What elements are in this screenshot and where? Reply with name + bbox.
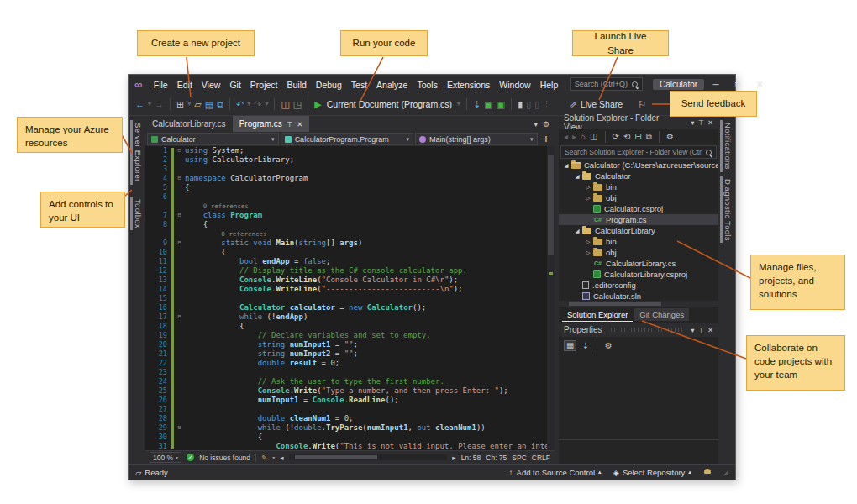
menu-build[interactable]: Build [282,80,311,90]
tree-item-editorconfig[interactable]: .editorconfig [559,280,718,291]
solution-explorer-panel-tab[interactable]: Solution Explorer [562,308,633,322]
home-icon[interactable]: ⌂ [581,132,586,141]
menu-git[interactable]: Git [225,80,245,90]
type-dropdown[interactable]: CalculatorProgram.Program ▾ [281,133,413,145]
tree-item-bin[interactable]: ▷bin [559,236,718,247]
scroll-left-icon[interactable]: ◂ [280,454,283,462]
tree-open-arrow-icon[interactable]: ◢ [573,173,581,180]
pin-icon[interactable]: ⊤ [697,118,703,127]
spaces-indicator[interactable]: SPC [512,454,526,462]
server-explorer-tab[interactable]: Server Explorer [130,120,144,185]
tree-item-calculator-csproj[interactable]: Calculator.csproj [559,203,718,214]
run-target-dropdown-icon[interactable]: ▾ [457,101,460,108]
sync-with-active-document-icon[interactable]: ⟲ [623,132,630,141]
navigate-back-button[interactable]: ← [135,100,145,109]
tree-closed-arrow-icon[interactable]: ▷ [584,184,592,191]
tree-item-obj[interactable]: ▷obj [559,192,718,203]
add-to-source-control-button[interactable]: ↑ Add to Source Control ▴ [509,468,602,477]
tree-open-arrow-icon[interactable]: ◢ [562,162,570,169]
menu-test[interactable]: Test [346,80,371,90]
editor-horizontal-scrollbar[interactable] [289,454,448,460]
tree-item-calculatorlibrary-cs[interactable]: C#CalculatorLibrary.cs [559,258,718,269]
bookmark-button[interactable]: ▮ [518,100,523,109]
window-position-dropdown-icon[interactable]: ▾ [691,326,694,334]
properties-shortcut-icon[interactable]: ⚙ [666,132,674,141]
save-all-button[interactable]: ⧉ [217,100,223,109]
categorized-view-icon[interactable]: ▦ [564,340,576,351]
editor-vertical-scrollbar[interactable] [547,146,555,450]
pin-icon[interactable]: ⊤ [697,326,703,334]
tree-item-calculator-sln[interactable]: Calculator.sln [559,291,718,301]
code-editing-surface[interactable]: 1⊟using System;2using CalculatorLibrary;… [145,146,555,450]
menu-project[interactable]: Project [245,80,282,90]
refresh-icon[interactable]: ⟳ [613,132,619,141]
select-repository-button[interactable]: ◈ Select Repository ▴ [613,468,691,477]
start-without-debugging-icon[interactable]: ▣ [484,100,492,109]
tree-item-calculator-c-users-azureuser-source-repo[interactable]: ◢Calculator (C:\Users\azureuser\source\r… [559,160,718,171]
tree-open-arrow-icon[interactable]: ◢ [573,228,581,234]
tree-item-program-cs[interactable]: C#Program.cs [559,214,718,225]
save-button[interactable]: ▤ [205,100,213,109]
menu-window[interactable]: Window [495,80,535,90]
pencil-edit-icon[interactable]: ✎ [261,454,267,462]
tree-item-obj[interactable]: ▷obj [559,247,718,258]
pin-tab-icon[interactable]: ⊤ [287,120,292,129]
step-into-icon[interactable]: ⇣ [473,100,481,109]
issues-status-label[interactable]: No issues found [199,454,250,462]
menu-analyze[interactable]: Analyze [372,80,413,90]
navigate-forward-button[interactable]: → [155,100,164,109]
tree-closed-arrow-icon[interactable]: ▷ [584,195,592,202]
quick-search-input[interactable]: Search (Ctrl+Q) [570,77,643,91]
attach-process-icon[interactable]: ▣ [497,100,505,109]
line-ending-indicator[interactable]: CRLF [532,454,550,462]
scrollbar-thumb[interactable] [295,455,377,459]
project-dropdown[interactable]: Calculator ▾ [147,133,279,145]
run-button[interactable]: ▶ [314,100,321,109]
active-files-dropdown-icon[interactable]: ▾ [534,120,538,129]
close-button[interactable]: ✕ [749,80,770,89]
tab-calculatorlibrary-cs[interactable]: CalculatorLibrary.cs [145,116,233,132]
member-dropdown[interactable]: Main(string[] args) ▾ [415,133,538,145]
zoom-level-dropdown[interactable]: 100 % ▾ [150,452,181,463]
tab-program-cs[interactable]: Program.cs ⊤ ✕ [233,116,310,132]
redo-button[interactable]: ↷ [254,100,261,109]
tree-closed-arrow-icon[interactable]: ▷ [584,249,592,256]
column-indicator[interactable]: Ch: 75 [486,454,507,462]
editor-options-icon[interactable]: ⚙ [543,120,549,129]
menu-tools[interactable]: Tools [413,80,443,90]
solution-explorer-search-input[interactable]: Search Solution Explorer - Folder View (… [560,145,717,159]
tree-item-calculatorlibrary-csproj[interactable]: CalculatorLibrary.csproj [559,269,718,280]
git-changes-panel-tab[interactable]: Git Changes [634,308,689,321]
menu-extensions[interactable]: Extensions [442,80,494,90]
tree-item-bin[interactable]: ▷bin [559,181,718,192]
maximize-button[interactable]: □ [727,80,749,89]
open-file-button[interactable]: ▱ [194,100,201,109]
live-share-button[interactable]: ⇗ Live Share [570,99,623,109]
new-window-button[interactable]: ◫ [281,100,289,109]
navigate-back-dropdown-icon[interactable]: ▾ [148,101,151,108]
properties-title-bar[interactable]: Properties ▾ ⊤ ✕ [559,323,718,337]
notifications-bell-icon[interactable] [703,469,712,476]
line-indicator[interactable]: Ln: 58 [461,454,481,462]
new-project-dropdown-icon[interactable]: ▾ [187,101,191,108]
resize-grip-icon[interactable]: ◢ [723,469,728,476]
scroll-right-icon[interactable]: ▸ [452,454,455,462]
se-horizontal-scrollbar[interactable] [559,301,718,307]
undo-dropdown-icon[interactable]: ▾ [247,101,250,108]
close-tab-icon[interactable]: ✕ [297,120,302,129]
menu-debug[interactable]: Debug [311,80,346,90]
scrollbar-thumb[interactable] [548,155,554,255]
health-indicator-icon[interactable]: ✓ [187,454,194,461]
menu-help[interactable]: Help [535,80,563,90]
background-tasks-icon[interactable]: ▱ [135,468,141,477]
split-window-icon[interactable]: ✛ [539,134,553,144]
notifications-tab[interactable]: Notifications [720,120,733,172]
close-icon[interactable]: ✕ [707,326,713,334]
window-layout-button[interactable]: ◳ [293,100,302,109]
scrollbar-thumb[interactable] [569,302,661,306]
minimize-button[interactable]: ─ [705,80,727,89]
toolbox-tab[interactable]: Toolbox [130,197,144,231]
undo-button[interactable]: ↶ [236,100,244,109]
diagnostic-tools-tab[interactable]: Diagnostic Tools [720,176,733,244]
switch-views-icon[interactable]: ◫ [590,132,597,141]
